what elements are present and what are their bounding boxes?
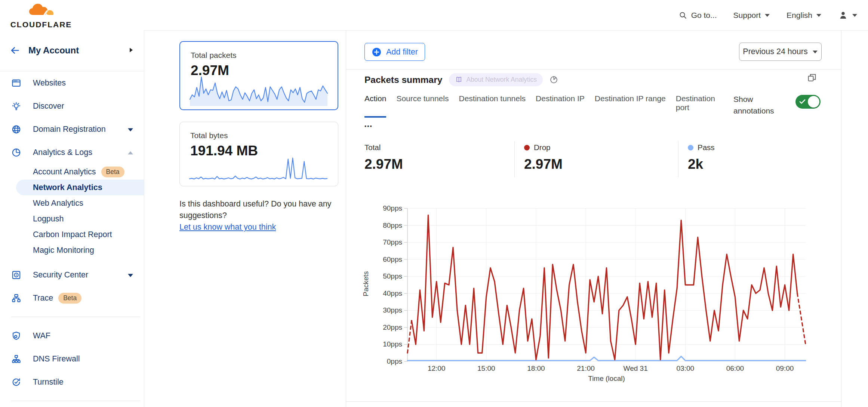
top-nav: Go to... Support English: [678, 0, 858, 30]
sidebar-item-label: Magic Monitoring: [33, 246, 94, 255]
sidebar-item-label: Security Center: [33, 270, 88, 280]
sidebar-item-turnstile[interactable]: Turnstile: [0, 370, 144, 394]
sidebar-item-magic-monitoring[interactable]: Magic Monitoring: [0, 242, 144, 258]
y-axis-tick-label: 30pps: [354, 306, 402, 314]
filter-row-divider: [346, 69, 841, 69]
trace-icon: [11, 293, 21, 303]
tabs-overflow-button[interactable]: •••: [364, 123, 373, 131]
tab-action[interactable]: Action: [364, 94, 386, 115]
annotations-toggle[interactable]: [795, 95, 821, 109]
sidebar-item-network-analytics[interactable]: Network Analytics: [16, 180, 144, 195]
tab-bar: Action Source tunnels Destination tunnel…: [364, 94, 723, 131]
sidebar-item-label: Carbon Impact Report: [33, 230, 112, 239]
goto-label: Go to...: [691, 11, 717, 20]
x-axis-tick-label: 18:00: [510, 364, 562, 373]
account-name[interactable]: My Account: [28, 45, 79, 56]
tab-destination-port[interactable]: Destination port: [676, 94, 715, 115]
sidebar-item-analytics-logs[interactable]: Analytics & Logs: [0, 141, 144, 164]
sidebar-item-label: Logpush: [33, 214, 64, 224]
stat-total: Total 2.97M: [364, 143, 403, 172]
support-menu[interactable]: Support: [733, 11, 770, 20]
sidebar-item-label: DNS Firewall: [33, 354, 80, 364]
account-menu[interactable]: [838, 10, 858, 20]
y-axis-tick-label: 50pps: [354, 272, 402, 280]
sidebar-item-waf[interactable]: WAF: [0, 324, 144, 347]
sidebar-item-websites[interactable]: Websites: [0, 71, 144, 94]
caret-down-icon: [127, 125, 133, 134]
add-filter-button[interactable]: Add filter: [364, 43, 425, 61]
book-icon: [455, 76, 463, 84]
sidebar-item-dns-firewall[interactable]: DNS Firewall: [0, 347, 144, 370]
sidebar-item-trace[interactable]: Trace Beta: [0, 286, 144, 310]
expand-icon[interactable]: [807, 72, 817, 83]
sidebar-divider: [11, 401, 140, 401]
card-title: Total packets: [191, 51, 327, 60]
tab-destination-ip[interactable]: Destination IP: [536, 94, 585, 115]
sidebar-item-label: Network Analytics: [33, 183, 102, 192]
feedback-link[interactable]: Let us know what you think: [179, 223, 276, 232]
stat-pass: Pass 2k: [688, 143, 715, 172]
hierarchy-icon: [11, 354, 21, 364]
language-menu[interactable]: English: [787, 11, 822, 20]
sidebar-item-label: WAF: [33, 331, 50, 341]
sidebar-divider: [11, 317, 140, 317]
stat-value: 2.97M: [524, 156, 563, 172]
packets-time-series-chart: [407, 208, 806, 361]
sidebar-item-web-analytics[interactable]: Web Analytics: [0, 195, 144, 211]
stat-label: Drop: [534, 143, 550, 152]
browser-window-icon: [11, 78, 21, 88]
cloudflare-logo[interactable]: CLOUDFLARE: [7, 2, 75, 29]
cloudflare-cloud-icon: [22, 2, 61, 19]
safe-icon: [11, 270, 21, 280]
sidebar-header: My Account: [0, 30, 144, 71]
globe-icon: [11, 124, 21, 134]
x-axis-tick-label: Wed 31: [609, 364, 662, 373]
section-bottom-divider: [346, 401, 841, 402]
sidebar-item-label: Account Analytics: [33, 167, 96, 177]
goto-search[interactable]: Go to...: [678, 11, 717, 20]
y-axis-tick-label: 40pps: [354, 289, 402, 298]
sidebar-item-logpush[interactable]: Logpush: [0, 211, 144, 227]
total-bytes-sparkline: [190, 157, 327, 182]
check-icon: [799, 99, 806, 104]
sidebar-item-discover[interactable]: Discover: [0, 94, 144, 118]
x-axis-tick-label: 12:00: [410, 364, 463, 373]
tab-destination-ip-range[interactable]: Destination IP range: [595, 94, 666, 115]
sidebar-item-label: Analytics & Logs: [33, 148, 92, 157]
plus-circle-icon: [372, 47, 382, 57]
chevron-down-icon: [812, 50, 818, 54]
top-bar: CLOUDFLARE Go to... Support English: [0, 0, 868, 31]
time-range-dropdown[interactable]: Previous 24 hours: [739, 43, 822, 61]
chevron-down-icon: [816, 13, 822, 17]
language-label: English: [787, 11, 812, 20]
stat-divider: [514, 141, 515, 177]
chart-pie-icon[interactable]: [550, 75, 558, 84]
sidebar-item-carbon-impact-report[interactable]: Carbon Impact Report: [0, 227, 144, 242]
sidebar-item-security-center[interactable]: Security Center: [0, 263, 144, 286]
toggle-knob: [808, 96, 819, 108]
tab-destination-tunnels[interactable]: Destination tunnels: [459, 94, 526, 115]
back-arrow-icon[interactable]: [10, 45, 20, 57]
stat-value: 2k: [688, 156, 715, 172]
network-analytics-page: CLOUDFLARE Go to... Support English: [0, 0, 868, 407]
x-axis-tick-label: 03:00: [659, 364, 711, 373]
lightbulb-icon: [11, 101, 21, 111]
total-bytes-card[interactable]: Total bytes 191.94 MB: [179, 122, 338, 186]
caret-right-icon[interactable]: [129, 47, 133, 55]
panel-title: Packets summary: [364, 75, 442, 85]
feedback-block: Is this dashboard useful? Do you have an…: [179, 198, 350, 233]
sidebar-item-domain-registration[interactable]: Domain Registration: [0, 118, 144, 141]
about-badge-label: About Network Analytics: [466, 76, 537, 84]
about-network-analytics-badge[interactable]: About Network Analytics: [449, 73, 543, 86]
total-packets-card[interactable]: Total packets 2.97M: [179, 41, 338, 110]
x-axis-tick-label: 09:00: [759, 364, 811, 373]
stat-label: Pass: [698, 143, 715, 152]
x-axis-title: Time (local): [407, 375, 806, 383]
main-panel-right-border: [841, 30, 841, 407]
tab-source-tunnels[interactable]: Source tunnels: [396, 94, 449, 115]
sidebar-item-label: Domain Registration: [33, 125, 106, 134]
card-value: 191.94 MB: [190, 143, 327, 159]
x-axis-tick-label: 06:00: [709, 364, 761, 373]
sidebar-item-account-analytics[interactable]: Account Analytics Beta: [0, 164, 144, 180]
add-filter-label: Add filter: [386, 47, 418, 57]
